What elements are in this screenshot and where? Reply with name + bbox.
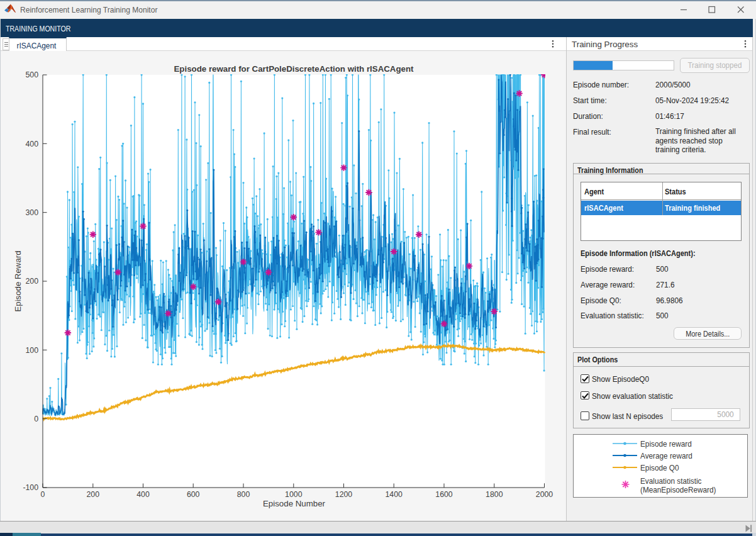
svg-text:1600: 1600 bbox=[435, 490, 453, 499]
svg-text:2000: 2000 bbox=[536, 490, 553, 499]
svg-text:1400: 1400 bbox=[386, 490, 403, 499]
svg-text:Episode Reward: Episode Reward bbox=[13, 251, 23, 312]
svg-text:-100: -100 bbox=[23, 483, 38, 492]
svg-text:1000: 1000 bbox=[285, 490, 303, 499]
svg-text:1800: 1800 bbox=[486, 490, 503, 499]
svg-text:200: 200 bbox=[25, 277, 38, 286]
svg-text:400: 400 bbox=[25, 140, 38, 148]
svg-text:0: 0 bbox=[34, 415, 38, 423]
svg-text:600: 600 bbox=[187, 490, 200, 499]
svg-text:Episode Number: Episode Number bbox=[263, 499, 326, 508]
svg-text:400: 400 bbox=[136, 490, 150, 499]
svg-text:800: 800 bbox=[237, 490, 250, 499]
svg-text:100: 100 bbox=[25, 346, 38, 355]
svg-text:0: 0 bbox=[41, 490, 45, 499]
svg-text:Episode reward for CartPoleDis: Episode reward for CartPoleDiscreteActio… bbox=[174, 64, 414, 74]
svg-text:1200: 1200 bbox=[335, 490, 353, 499]
svg-text:300: 300 bbox=[25, 208, 38, 217]
svg-text:200: 200 bbox=[87, 490, 100, 499]
svg-text:500: 500 bbox=[25, 70, 38, 79]
